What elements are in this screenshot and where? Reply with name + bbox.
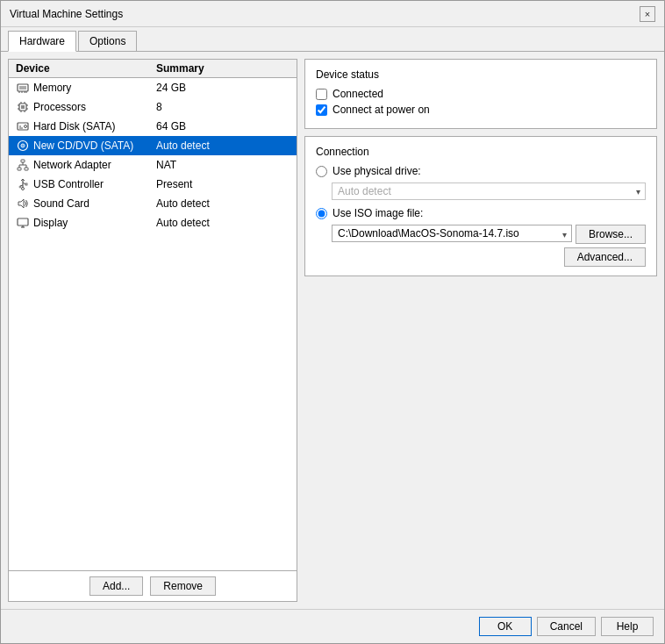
iso-path-select[interactable]: C:\Download\MacOS-Sonoma-14.7.iso xyxy=(332,225,572,242)
svg-point-35 xyxy=(22,188,25,190)
device-summary-harddisk: 64 GB xyxy=(156,120,290,132)
device-row-display[interactable]: Display Auto detect xyxy=(9,213,297,233)
physical-drive-row: Use physical drive: xyxy=(316,165,646,177)
cancel-button[interactable]: Cancel xyxy=(537,617,596,636)
device-table-header: Device Summary xyxy=(9,60,297,78)
device-summary-processors: 8 xyxy=(156,101,290,113)
connection-section: Connection Use physical drive: Auto dete… xyxy=(304,136,657,276)
tab-hardware[interactable]: Hardware xyxy=(8,31,76,52)
device-name-harddisk: Hard Disk (SATA) xyxy=(33,120,156,132)
connected-label: Connected xyxy=(332,88,383,100)
settings-panel: Device status Connected Connect at power… xyxy=(304,59,657,602)
vm-settings-window: Virtual Machine Settings × Hardware Opti… xyxy=(0,0,665,644)
device-summary-network: NAT xyxy=(156,159,290,171)
power-on-label: Connect at power on xyxy=(332,104,430,116)
advanced-button[interactable]: Advanced... xyxy=(564,247,646,267)
device-row-sound[interactable]: Sound Card Auto detect xyxy=(9,194,297,213)
physical-drive-label: Use physical drive: xyxy=(332,165,421,177)
power-on-checkbox[interactable] xyxy=(316,104,327,116)
tab-options[interactable]: Options xyxy=(78,31,137,51)
physical-drive-dropdown-wrapper: Auto detect xyxy=(332,182,646,200)
device-list: Memory 24 GB xyxy=(9,78,297,570)
col-device-header: Device xyxy=(16,62,156,75)
device-row-processors[interactable]: Processors 8 xyxy=(9,97,297,117)
advanced-row: Advanced... xyxy=(316,247,646,267)
svg-rect-23 xyxy=(21,160,25,162)
iso-radio[interactable] xyxy=(316,208,327,219)
iso-input-row: C:\Download\MacOS-Sonoma-14.7.iso Browse… xyxy=(332,225,646,244)
device-panel: Device Summary xyxy=(8,59,297,602)
svg-rect-32 xyxy=(25,183,27,185)
device-name-display: Display xyxy=(33,217,156,229)
physical-drive-radio[interactable] xyxy=(316,166,327,177)
device-summary-usb: Present xyxy=(156,178,290,190)
col-summary-header: Summary xyxy=(156,62,290,75)
device-name-sound: Sound Card xyxy=(33,197,156,210)
cpu-icon xyxy=(16,100,30,114)
cd-icon xyxy=(16,139,30,153)
device-status-section: Device status Connected Connect at power… xyxy=(304,59,657,129)
device-name-usb: USB Controller xyxy=(33,178,156,190)
svg-point-34 xyxy=(19,186,21,188)
remove-device-button[interactable]: Remove xyxy=(150,576,216,596)
device-summary-display: Auto detect xyxy=(156,217,290,229)
hdd-icon xyxy=(16,119,30,133)
device-row-usb[interactable]: USB Controller Present xyxy=(9,175,297,194)
connected-row: Connected xyxy=(316,88,646,100)
device-summary-cddvd: Auto detect xyxy=(156,140,290,152)
connection-title: Connection xyxy=(316,146,646,158)
svg-rect-1 xyxy=(19,86,26,89)
power-on-row: Connect at power on xyxy=(316,104,646,116)
title-bar: Virtual Machine Settings × xyxy=(1,1,664,27)
help-button[interactable]: Help xyxy=(601,617,654,636)
sound-icon xyxy=(16,197,30,211)
device-row-memory[interactable]: Memory 24 GB xyxy=(9,78,297,97)
device-actions: Add... Remove xyxy=(9,570,297,601)
iso-input-wrapper: C:\Download\MacOS-Sonoma-14.7.iso xyxy=(332,225,572,244)
svg-point-22 xyxy=(22,145,24,147)
device-row-network[interactable]: Network Adapter NAT xyxy=(9,155,297,175)
add-device-button[interactable]: Add... xyxy=(89,576,143,596)
footer-bar: OK Cancel Help xyxy=(1,609,664,643)
device-name-cddvd: New CD/DVD (SATA) xyxy=(33,140,156,152)
svg-rect-25 xyxy=(25,168,28,170)
device-name-memory: Memory xyxy=(33,82,156,94)
device-row-cddvd[interactable]: New CD/DVD (SATA) Auto detect xyxy=(9,136,297,155)
network-icon xyxy=(16,158,30,172)
svg-marker-36 xyxy=(18,199,24,208)
browse-button[interactable]: Browse... xyxy=(576,225,646,244)
device-name-processors: Processors xyxy=(33,101,156,113)
svg-rect-7 xyxy=(21,105,25,109)
connected-checkbox[interactable] xyxy=(316,89,327,100)
physical-drive-dropdown-row: Auto detect xyxy=(332,182,646,200)
ok-button[interactable]: OK xyxy=(479,617,532,636)
svg-rect-24 xyxy=(18,168,21,170)
display-icon xyxy=(16,216,30,230)
iso-label: Use ISO image file: xyxy=(332,207,423,219)
usb-icon xyxy=(16,177,30,191)
device-name-network: Network Adapter xyxy=(33,159,156,171)
memory-icon xyxy=(16,81,30,95)
device-row-harddisk[interactable]: Hard Disk (SATA) 64 GB xyxy=(9,117,297,136)
svg-point-17 xyxy=(25,125,27,128)
device-status-title: Device status xyxy=(316,68,646,81)
tab-bar: Hardware Options xyxy=(1,27,664,52)
device-summary-memory: 24 GB xyxy=(156,82,290,94)
iso-row: Use ISO image file: xyxy=(316,207,646,219)
svg-rect-37 xyxy=(18,218,28,225)
content-area: Device Summary xyxy=(1,52,664,609)
window-title: Virtual Machine Settings xyxy=(10,8,123,20)
device-summary-sound: Auto detect xyxy=(156,197,290,210)
close-button[interactable]: × xyxy=(640,6,655,22)
physical-drive-dropdown[interactable]: Auto detect xyxy=(332,182,646,200)
